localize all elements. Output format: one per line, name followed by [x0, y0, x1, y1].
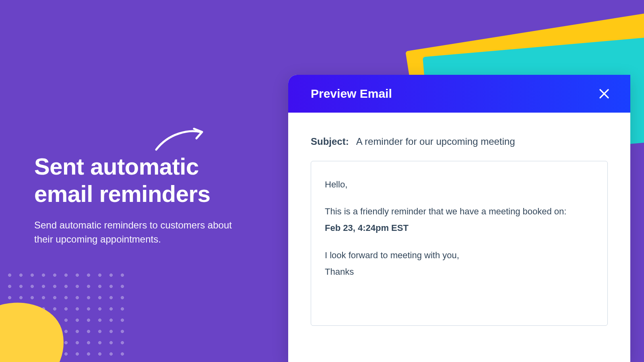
hero-headline: Sent automatic email reminders: [34, 153, 260, 208]
email-closing-2: Thanks: [325, 265, 594, 279]
hero-subhead: Send automatic reminders to customers ab…: [34, 218, 244, 247]
close-icon: [599, 88, 609, 99]
hero-copy: Sent automatic email reminders Send auto…: [34, 153, 260, 246]
email-closing-1: I look forward to meeting with you,: [325, 248, 594, 262]
email-preview-title: Preview Email: [311, 87, 392, 101]
email-body-box: Hello, This is a friendly reminder that …: [311, 161, 608, 326]
email-datetime: Feb 23, 4:24pm EST: [325, 221, 594, 235]
subject-label: Subject:: [311, 136, 349, 147]
email-preview-header: Preview Email: [288, 75, 630, 113]
close-button[interactable]: [597, 87, 611, 101]
arrow-icon: [153, 125, 205, 153]
hero-headline-line1: Sent automatic: [34, 153, 199, 179]
subject-value: A reminder for our upcoming meeting: [356, 136, 515, 147]
email-greeting: Hello,: [325, 177, 594, 191]
email-preview-body: Subject: A reminder for our upcoming mee…: [288, 113, 630, 362]
subject-row: Subject: A reminder for our upcoming mee…: [311, 136, 608, 147]
email-preview-card: Preview Email Subject: A reminder for ou…: [288, 75, 630, 362]
email-intro: This is a friendly reminder that we have…: [325, 204, 594, 218]
hero-stage: Sent automatic email reminders Send auto…: [0, 0, 644, 362]
hero-headline-line2: email reminders: [34, 181, 210, 207]
